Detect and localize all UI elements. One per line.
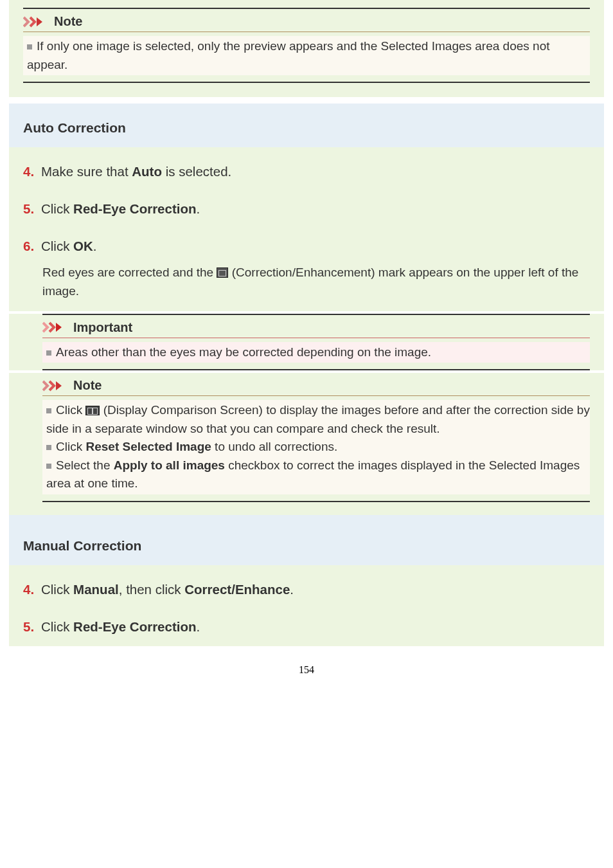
important-header: Important [42, 318, 590, 338]
b3-pre: Select the [56, 458, 114, 472]
note-header: Note [23, 12, 590, 32]
step-post: . [197, 201, 200, 216]
page-number: 154 [0, 646, 613, 681]
step-pre: Click [41, 239, 73, 253]
step-mid: , then click [119, 582, 185, 597]
note2-wrapper: Note Click (Display Comparison Screen) t… [9, 373, 604, 515]
step-number: 5. [23, 619, 41, 635]
step-bold: OK [73, 239, 93, 253]
section-divider [9, 515, 604, 520]
step-bold: Auto [132, 164, 162, 179]
bullet-icon [46, 445, 51, 450]
step-5: 5. Click Red-Eye Correction. [9, 186, 604, 223]
step-pre: Click [41, 582, 73, 597]
step-number: 4. [23, 164, 41, 179]
b2-pre: Click [56, 440, 85, 453]
bullet-icon [27, 44, 32, 50]
important-wrapper: Important Areas other than the eyes may … [9, 314, 604, 371]
step-6: 6. Click OK. [9, 223, 604, 260]
step-text: Click Manual, then click Correct/Enhance… [41, 582, 590, 597]
note-bullet-1: Click (Display Comparison Screen) to dis… [42, 401, 590, 438]
important-body: Areas other than the eyes may be correct… [42, 342, 590, 363]
manual-correction-heading: Manual Correction [9, 520, 604, 565]
note-title: Note [73, 378, 102, 393]
step-bold2: Correct/Enhance [184, 582, 290, 597]
b1-post: (Display Comparison Screen) to display t… [46, 403, 590, 435]
step-text: Make sure that Auto is selected. [41, 164, 590, 179]
body-part1: Red eyes are corrected and the [42, 266, 217, 279]
step-number: 4. [23, 582, 41, 597]
important-callout: Important Areas other than the eyes may … [42, 314, 590, 371]
important-title: Important [73, 320, 132, 335]
step-post: is selected. [162, 164, 231, 179]
note-bullet-3: Select the Apply to all images checkbox … [42, 457, 590, 493]
bullet-icon [46, 350, 51, 356]
step-number: 6. [23, 239, 41, 254]
note-header: Note [42, 375, 590, 396]
step-pre: Click [41, 201, 73, 216]
step-4: 4. Make sure that Auto is selected. [9, 147, 604, 186]
step-bold: Red-Eye Correction [73, 201, 196, 216]
important-text: Areas other than the eyes may be correct… [56, 345, 431, 359]
b1-pre: Click [56, 403, 85, 417]
step-number: 5. [23, 201, 41, 217]
step-bold: Red-Eye Correction [73, 619, 196, 634]
auto-correction-heading: Auto Correction [9, 109, 604, 147]
step-pre: Click [41, 619, 73, 634]
note-text: If only one image is selected, only the … [27, 39, 550, 71]
step-post: . [290, 582, 294, 597]
step-text: Click OK. [41, 239, 590, 254]
chevron-note-icon [42, 380, 69, 392]
step-post: . [93, 239, 97, 253]
chevron-important-icon [42, 321, 69, 333]
note-bullet-2: Click Reset Selected Image to undo all c… [42, 438, 590, 457]
document-page: Note If only one image is selected, only… [0, 0, 613, 707]
step-text: Click Red-Eye Correction. [41, 619, 590, 635]
step-post: . [197, 619, 200, 634]
b2-post: to undo all corrections. [211, 440, 337, 453]
manual-step-5: 5. Click Red-Eye Correction. [9, 604, 604, 646]
note-body: Click (Display Comparison Screen) to dis… [42, 400, 590, 494]
compare-screen-icon [85, 406, 100, 415]
section-divider [9, 104, 604, 109]
correction-mark-icon [217, 267, 228, 278]
b2-bold: Reset Selected Image [85, 440, 211, 453]
note-callout: Note Click (Display Comparison Screen) t… [42, 373, 590, 502]
b3-bold: Apply to all images [114, 458, 225, 472]
note-callout: Note If only one image is selected, only… [23, 8, 590, 83]
note-title: Note [54, 14, 82, 29]
step-bold1: Manual [73, 582, 119, 597]
step-pre: Make sure that [41, 164, 132, 179]
top-note-block: Note If only one image is selected, only… [9, 0, 604, 97]
manual-step-4: 4. Click Manual, then click Correct/Enha… [9, 565, 604, 604]
step-6-body: Red eyes are corrected and the (Correcti… [9, 260, 604, 311]
chevron-note-icon [23, 16, 50, 28]
note-body: If only one image is selected, only the … [23, 36, 590, 75]
bullet-icon [46, 464, 51, 469]
step-text: Click Red-Eye Correction. [41, 201, 590, 217]
bullet-icon [46, 408, 51, 413]
